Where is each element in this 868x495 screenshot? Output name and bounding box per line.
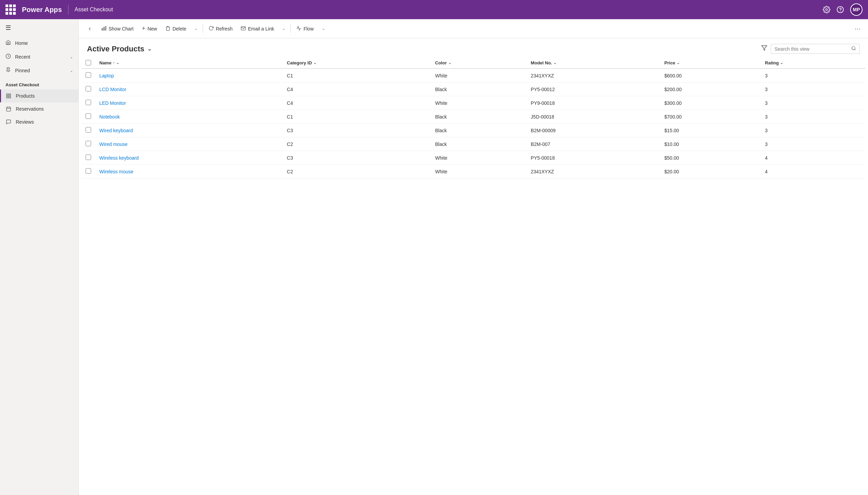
svg-rect-13 xyxy=(105,26,106,30)
row-name[interactable]: Wired mouse xyxy=(95,137,283,151)
col-header-model[interactable]: Model No. ⌄ xyxy=(527,57,660,69)
filter-icon[interactable] xyxy=(761,45,767,53)
email-link-label: Email a Link xyxy=(248,26,274,32)
pinned-icon xyxy=(5,67,11,74)
show-chart-button[interactable]: Show Chart xyxy=(98,24,137,34)
refresh-button[interactable]: Refresh xyxy=(205,24,236,34)
row-name[interactable]: Wired keyboard xyxy=(95,124,283,137)
row-checkbox[interactable] xyxy=(86,72,91,78)
row-checkbox[interactable] xyxy=(86,127,91,133)
row-name[interactable]: LCD Monitor xyxy=(95,83,283,96)
select-all-checkbox[interactable] xyxy=(86,60,91,65)
row-checkbox-cell[interactable] xyxy=(81,96,95,110)
row-rating: 3 xyxy=(761,69,865,83)
svg-rect-8 xyxy=(9,96,11,98)
row-model: J5D-00018 xyxy=(527,110,660,124)
row-model: B2M-00009 xyxy=(527,124,660,137)
row-rating: 4 xyxy=(761,151,865,165)
email-link-button[interactable]: Email a Link xyxy=(237,24,277,34)
col-header-category[interactable]: Category ID ⌄ xyxy=(283,57,431,69)
delete-button[interactable]: Delete xyxy=(162,24,190,34)
more-button[interactable]: ⋯ xyxy=(853,24,863,34)
row-checkbox-cell[interactable] xyxy=(81,124,95,137)
row-checkbox-cell[interactable] xyxy=(81,165,95,178)
table-body: Laptop C1 White 2341XYXZ $600.00 3 LCD M… xyxy=(81,69,865,178)
help-icon[interactable] xyxy=(836,6,844,13)
flow-button[interactable]: Flow xyxy=(293,24,317,34)
col-price-chevron-icon[interactable]: ⌄ xyxy=(677,61,680,65)
row-color: White xyxy=(431,165,527,178)
row-checkbox[interactable] xyxy=(86,141,91,146)
row-checkbox[interactable] xyxy=(86,86,91,91)
select-all-header[interactable] xyxy=(81,57,95,69)
row-category: C4 xyxy=(283,96,431,110)
flow-chevron-button[interactable]: ⌄ xyxy=(318,24,328,34)
row-category: C2 xyxy=(283,137,431,151)
row-name[interactable]: Wireless keyboard xyxy=(95,151,283,165)
col-category-chevron-icon[interactable]: ⌄ xyxy=(313,61,316,65)
sidebar-item-reviews-label: Reviews xyxy=(16,119,34,125)
new-button[interactable]: + New xyxy=(138,23,161,34)
row-model: PY5-00012 xyxy=(527,83,660,96)
sidebar-item-home[interactable]: Home xyxy=(0,36,78,50)
back-button[interactable] xyxy=(84,23,95,34)
row-category: C3 xyxy=(283,124,431,137)
svg-rect-9 xyxy=(7,107,11,111)
sidebar-item-pinned[interactable]: Pinned ⌄ xyxy=(0,64,78,77)
col-header-color[interactable]: Color ⌄ xyxy=(431,57,527,69)
recent-chevron-icon: ⌄ xyxy=(70,55,73,59)
col-color-chevron-icon[interactable]: ⌄ xyxy=(448,61,451,65)
table-row: Wireless keyboard C3 White PY5-00018 $50… xyxy=(81,151,865,165)
pinned-chevron-icon: ⌄ xyxy=(70,69,73,73)
row-price: $50.00 xyxy=(660,151,761,165)
row-model: PY5-00018 xyxy=(527,151,660,165)
svg-line-18 xyxy=(855,49,856,50)
row-checkbox-cell[interactable] xyxy=(81,83,95,96)
sidebar-item-recent[interactable]: Recent ⌄ xyxy=(0,50,78,64)
apps-grid-icon[interactable] xyxy=(5,4,16,15)
col-header-name[interactable]: Name ↑ ⌄ xyxy=(95,57,283,69)
svg-point-0 xyxy=(826,9,828,11)
sidebar-item-products-label: Products xyxy=(16,93,35,99)
row-checkbox-cell[interactable] xyxy=(81,110,95,124)
email-chevron-button[interactable]: ⌄ xyxy=(279,24,288,34)
row-checkbox[interactable] xyxy=(86,113,91,119)
settings-icon[interactable] xyxy=(823,6,830,13)
row-category: C2 xyxy=(283,165,431,178)
row-checkbox[interactable] xyxy=(86,100,91,105)
col-rating-label: Rating xyxy=(765,60,779,65)
hamburger-icon[interactable]: ☰ xyxy=(0,19,78,36)
app-name: Power Apps xyxy=(22,6,62,14)
sidebar-item-reviews[interactable]: Reviews xyxy=(0,115,78,128)
row-checkbox-cell[interactable] xyxy=(81,137,95,151)
avatar[interactable]: MP xyxy=(850,3,863,16)
row-checkbox-cell[interactable] xyxy=(81,151,95,165)
row-checkbox-cell[interactable] xyxy=(81,69,95,83)
search-input[interactable] xyxy=(775,46,848,52)
col-header-price[interactable]: Price ⌄ xyxy=(660,57,761,69)
row-name[interactable]: Notebook xyxy=(95,110,283,124)
sidebar-item-reservations[interactable]: Reservations xyxy=(0,102,78,115)
row-name[interactable]: LED Monitor xyxy=(95,96,283,110)
col-model-chevron-icon[interactable]: ⌄ xyxy=(553,61,556,65)
row-name[interactable]: Laptop xyxy=(95,69,283,83)
search-icon[interactable] xyxy=(851,46,856,52)
svg-rect-6 xyxy=(9,94,11,96)
col-rating-chevron-icon[interactable]: ⌄ xyxy=(780,61,783,65)
col-name-chevron-icon[interactable]: ⌄ xyxy=(116,61,119,65)
row-model: 2341XYXZ xyxy=(527,165,660,178)
reservations-icon xyxy=(5,106,12,112)
row-checkbox[interactable] xyxy=(86,154,91,160)
delete-chevron-button[interactable]: ⌄ xyxy=(191,24,201,34)
view-title[interactable]: Active Products ⌄ xyxy=(87,45,152,53)
row-checkbox[interactable] xyxy=(86,168,91,174)
content-area: Show Chart + New Delete ⌄ Refresh xyxy=(79,19,868,495)
row-rating: 4 xyxy=(761,165,865,178)
col-header-rating[interactable]: Rating ⌄ xyxy=(761,57,865,69)
row-model: PY9-00018 xyxy=(527,96,660,110)
svg-rect-5 xyxy=(7,94,8,96)
row-name[interactable]: Wireless mouse xyxy=(95,165,283,178)
svg-rect-7 xyxy=(7,96,8,98)
col-color-label: Color xyxy=(435,60,447,65)
sidebar-item-products[interactable]: Products xyxy=(0,89,78,102)
